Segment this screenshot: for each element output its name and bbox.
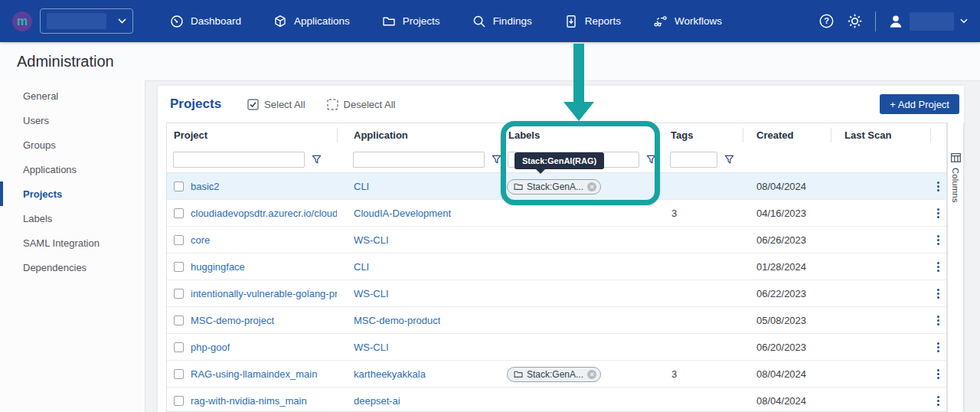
filter-funnel-icon[interactable]: [312, 155, 322, 165]
sidebar-item-groups[interactable]: Groups: [0, 132, 145, 157]
last-scan-cell: [831, 334, 930, 361]
application-link[interactable]: deepset-ai: [354, 395, 400, 407]
application-filter-input[interactable]: [353, 152, 485, 168]
admin-header: Administration: [0, 42, 980, 80]
application-link[interactable]: WS-CLI: [354, 234, 389, 246]
row-actions-kebab-icon[interactable]: [936, 314, 941, 327]
label-chip[interactable]: Stack:GenA...×: [507, 367, 601, 382]
filter-funnel-icon[interactable]: [492, 155, 501, 165]
org-selector-dropdown[interactable]: [40, 8, 133, 34]
application-cell: MSC-demo-product: [337, 307, 501, 334]
labels-cell: [501, 334, 658, 361]
row-actions-kebab-icon[interactable]: [936, 368, 941, 381]
settings-gear-icon[interactable]: [847, 13, 863, 29]
application-link[interactable]: WS-CLI: [354, 342, 389, 353]
org-name-redacted: [47, 13, 106, 29]
sidebar-item-saml-integration[interactable]: SAML Integration: [0, 231, 145, 255]
row-checkbox[interactable]: [174, 181, 184, 191]
column-header-tags[interactable]: Tags: [658, 123, 743, 147]
row-actions-kebab-icon[interactable]: [936, 260, 941, 273]
row-actions-kebab-icon[interactable]: [936, 394, 941, 407]
table-row: basic2CLIStack:GenA...×08/04/2024: [167, 173, 946, 200]
project-cell: huggingface: [167, 253, 337, 280]
row-checkbox[interactable]: [174, 369, 184, 379]
last-scan-cell: [831, 387, 930, 412]
application-link[interactable]: WS-CLI: [354, 288, 389, 299]
project-link[interactable]: core: [191, 234, 210, 246]
row-checkbox[interactable]: [174, 208, 184, 218]
label-chip[interactable]: Stack:GenA...×: [507, 179, 601, 195]
application-link[interactable]: CLI: [354, 181, 369, 192]
annotation-arrow: [573, 44, 584, 103]
nav-item-dashboard[interactable]: Dashboard: [170, 15, 241, 28]
sidebar-item-general[interactable]: General: [0, 83, 145, 108]
row-actions-kebab-icon[interactable]: [936, 180, 941, 193]
sidebar-item-labels[interactable]: Labels: [0, 206, 145, 231]
created-cell: 01/28/2024: [743, 253, 831, 280]
application-link[interactable]: MSC-demo-product: [354, 315, 440, 326]
filter-funnel-icon[interactable]: [724, 155, 734, 165]
projects-panel-header: Projects Select All Deselect All + Add P…: [158, 86, 964, 123]
application-cell: WS-CLI: [337, 280, 501, 307]
row-checkbox[interactable]: [174, 262, 184, 272]
filter-cell-project: [167, 152, 337, 168]
nav-item-reports[interactable]: Reports: [564, 15, 621, 28]
row-actions-kebab-icon[interactable]: [936, 287, 941, 300]
column-header-created[interactable]: Created: [743, 123, 831, 147]
project-link[interactable]: huggingface: [191, 261, 245, 273]
row-checkbox[interactable]: [174, 235, 184, 245]
last-scan-cell: [831, 253, 930, 280]
applications-cube-icon: [273, 15, 287, 28]
row-checkbox[interactable]: [174, 316, 184, 325]
column-header-application[interactable]: Application: [337, 123, 501, 147]
application-link[interactable]: CLI: [354, 261, 369, 273]
sidebar-item-projects[interactable]: Projects: [0, 181, 145, 206]
columns-panel-label: Columns: [951, 168, 960, 202]
created-cell: 08/04/2024: [743, 387, 831, 412]
admin-sidebar: General Users Groups Applications Projec…: [0, 80, 145, 412]
project-link[interactable]: php-goof: [191, 342, 230, 353]
label-remove-icon[interactable]: ×: [587, 370, 596, 379]
row-checkbox[interactable]: [174, 289, 184, 299]
row-actions-kebab-icon[interactable]: [936, 234, 941, 247]
filter-funnel-icon[interactable]: [646, 155, 656, 165]
column-header-last-scan[interactable]: Last Scan: [831, 123, 930, 147]
row-actions-kebab-icon[interactable]: [936, 207, 941, 220]
labels-cell: [501, 200, 658, 227]
project-link[interactable]: intentionally-vulnerable-golang-proj: [191, 288, 337, 299]
project-link[interactable]: basic2: [191, 181, 220, 192]
nav-item-projects[interactable]: Projects: [382, 15, 440, 28]
user-menu[interactable]: [888, 12, 968, 31]
nav-label: Workflows: [675, 15, 722, 27]
nav-item-applications[interactable]: Applications: [273, 15, 350, 28]
label-remove-icon[interactable]: ×: [587, 182, 596, 191]
add-project-button[interactable]: + Add Project: [880, 94, 959, 114]
sidebar-item-dependencies[interactable]: Dependencies: [0, 255, 145, 280]
columns-panel-toggle[interactable]: Columns: [947, 123, 964, 412]
findings-search-icon: [472, 15, 486, 28]
nav-label: Projects: [403, 15, 440, 27]
project-link[interactable]: cloudiadevopsdtr.azurecr.io/cloudia/: [191, 208, 337, 219]
row-checkbox[interactable]: [174, 396, 184, 406]
row-checkbox[interactable]: [174, 342, 184, 352]
application-link[interactable]: CloudIA-Development: [354, 208, 451, 219]
application-link[interactable]: kartheekyakkala: [354, 368, 426, 380]
sidebar-item-applications[interactable]: Applications: [0, 157, 145, 181]
deselect-all-button[interactable]: Deselect All: [327, 99, 396, 110]
column-header-labels[interactable]: Labels: [501, 123, 658, 147]
sidebar-item-users[interactable]: Users: [0, 108, 145, 132]
project-link[interactable]: rag-with-nvidia-nims_main: [191, 395, 307, 407]
project-filter-input[interactable]: [173, 152, 305, 168]
nav-item-workflows[interactable]: Workflows: [653, 15, 722, 28]
project-link[interactable]: RAG-using-llamaindex_main: [191, 368, 317, 380]
label-chip-text: Stack:GenA...: [527, 181, 583, 192]
help-icon[interactable]: ?: [818, 13, 835, 29]
column-header-project[interactable]: Project: [167, 123, 337, 147]
project-link[interactable]: MSC-demo-project: [191, 315, 274, 326]
nav-item-findings[interactable]: Findings: [472, 15, 532, 28]
select-all-button[interactable]: Select All: [247, 99, 305, 110]
row-actions-kebab-icon[interactable]: [936, 341, 941, 354]
created-cell: 05/08/2023: [743, 307, 831, 334]
tags-filter-input[interactable]: [670, 152, 717, 168]
column-header-actions: [930, 123, 946, 147]
